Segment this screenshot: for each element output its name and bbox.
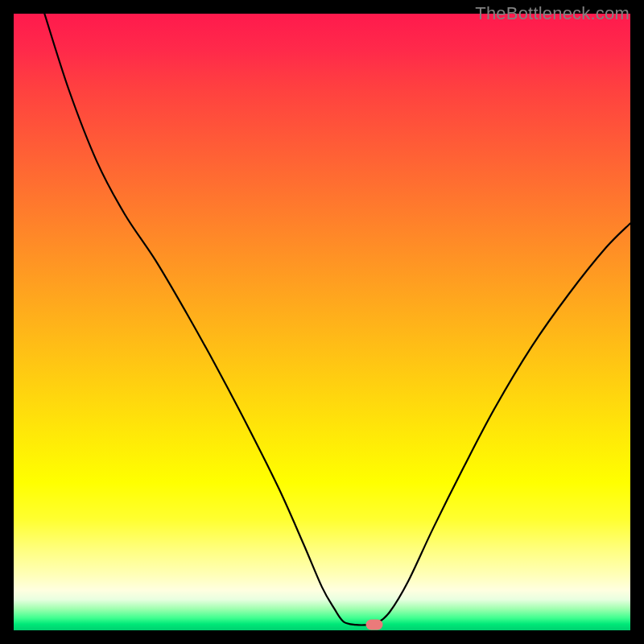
bottleneck-curve (14, 14, 630, 630)
watermark-text: TheBottleneck.com (475, 3, 630, 24)
chart-container: TheBottleneck.com (0, 0, 644, 644)
optimal-point-marker (366, 620, 383, 630)
